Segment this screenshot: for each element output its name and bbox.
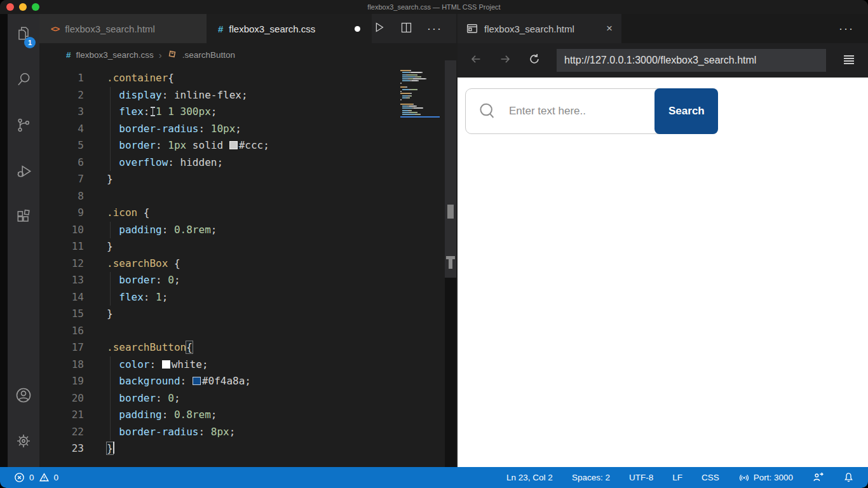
run-file-button[interactable] (372, 20, 386, 37)
editor-more-actions-button[interactable]: ··· (427, 22, 442, 36)
color-swatch (193, 377, 201, 385)
errors-icon[interactable] (14, 472, 25, 483)
minimap[interactable] (400, 70, 445, 146)
code-line[interactable]: 2display: inline-flex; (39, 87, 445, 104)
breadcrumb-symbol[interactable]: .searchButton (182, 50, 235, 60)
line-number: 17 (39, 339, 84, 356)
code-line[interactable]: 11} (39, 238, 445, 255)
code-line[interactable]: 9.icon { (39, 205, 445, 222)
forward-arrow-icon[interactable] (498, 52, 512, 69)
status-language[interactable]: CSS (702, 473, 719, 482)
back-arrow-icon[interactable] (469, 52, 483, 69)
tab-label: flexbox3_search.css (229, 24, 315, 34)
text-cursor (113, 442, 114, 454)
errors-count[interactable]: 0 (29, 473, 34, 482)
tab-flexbox3-search-css[interactable]: # flexbox3_search.css (207, 14, 372, 43)
code-text: border: 1px solid #ccc; (84, 137, 269, 154)
code-line[interactable]: 1.container{ (39, 70, 445, 87)
minimap-line (400, 95, 445, 97)
scrollbar-decoration (447, 205, 454, 219)
code-line[interactable]: 13border: 0; (39, 272, 445, 289)
ibeam-pointer-icon (149, 107, 156, 116)
reload-icon[interactable] (527, 52, 541, 69)
minimap-line (400, 89, 445, 90)
code-line[interactable]: 6overflow: hidden; (39, 154, 445, 172)
code-line[interactable]: 15} (39, 306, 445, 323)
feedback-icon[interactable] (812, 472, 824, 483)
minimap-line (400, 105, 445, 107)
minimap-line (400, 85, 445, 86)
warnings-count[interactable]: 0 (54, 473, 59, 482)
warnings-icon[interactable] (39, 472, 50, 483)
code-line[interactable]: 4border-radius: 10px; (39, 121, 445, 138)
hamburger-menu-icon[interactable] (841, 51, 857, 69)
settings-gear-icon[interactable] (8, 421, 39, 461)
run-debug-icon[interactable] (8, 151, 39, 191)
code-text: background: #0f4a8a; (84, 373, 251, 390)
tab-flexbox3-search-html[interactable]: <> flexbox3_search.html (39, 14, 207, 43)
preview-more-actions-button[interactable]: ··· (839, 22, 868, 36)
code-line[interactable]: 14flex: 1; (39, 289, 445, 306)
window-title: flexbox3_search.css — HTML CSS Project (0, 3, 868, 11)
scrollbar-thumb[interactable] (445, 60, 456, 278)
line-number: 10 (39, 222, 84, 239)
modified-dot-icon[interactable] (355, 26, 360, 32)
browser-viewport: Enter text here.. Search (458, 78, 868, 467)
search-input[interactable]: Enter text here.. (509, 105, 586, 118)
code-line[interactable]: 8 (39, 188, 445, 205)
code-line[interactable]: 20border: 0; (39, 390, 445, 407)
code-text: display: inline-flex; (84, 87, 248, 104)
color-swatch (162, 360, 170, 369)
code-line[interactable]: 21padding: 0.8rem; (39, 407, 445, 424)
minimap-line (400, 114, 445, 115)
code-line[interactable]: 22border-radius: 8px; (39, 424, 445, 441)
preview-tab-label: flexbox3_search.html (484, 24, 574, 34)
status-port[interactable]: Port: 3000 (738, 473, 793, 483)
preview-tab[interactable]: flexbox3_search.html × (458, 14, 621, 43)
code-line[interactable]: 18color: white; (39, 356, 445, 374)
url-bar[interactable]: http://127.0.0.1:3000/flexbox3_search.ht… (557, 49, 826, 72)
accounts-icon[interactable] (8, 376, 39, 415)
line-number: 15 (39, 306, 84, 323)
explorer-icon[interactable]: 1 (8, 14, 39, 53)
code-text (84, 188, 107, 205)
minimap-line (400, 97, 445, 98)
line-number: 18 (39, 356, 84, 374)
minimap-line (400, 72, 445, 73)
code-line[interactable]: 12.searchBox { (39, 255, 445, 273)
status-cursor-position[interactable]: Ln 23, Col 2 (506, 473, 553, 482)
code-text: } (84, 171, 113, 188)
line-number: 13 (39, 272, 84, 289)
status-encoding[interactable]: UTF-8 (629, 473, 653, 482)
split-editor-button[interactable] (400, 21, 413, 37)
url-text: http://127.0.0.1:3000/flexbox3_search.ht… (564, 55, 756, 66)
code-text: border-radius: 10px; (84, 121, 241, 138)
preview-search-button[interactable]: Search (654, 88, 718, 134)
line-number: 20 (39, 390, 84, 407)
breadcrumb-file[interactable]: flexbox3_search.css (76, 50, 154, 60)
line-number: 19 (39, 373, 84, 390)
code-line[interactable]: 23} (39, 440, 445, 458)
code-line[interactable]: 7} (39, 171, 445, 188)
breadcrumb: # flexbox3_search.css › .searchButton (39, 43, 456, 66)
activity-bar: 1 (8, 14, 39, 467)
vscode-window: flexbox3_search.css — HTML CSS Project 1 (0, 0, 868, 488)
code-line[interactable]: 5border: 1px solid #ccc; (39, 137, 445, 154)
status-indentation[interactable]: Spaces: 2 (572, 473, 610, 482)
bell-icon[interactable] (843, 472, 854, 483)
code-line[interactable]: 16 (39, 323, 445, 340)
code-text: .searchBox { (84, 255, 180, 273)
minimap-line (400, 107, 445, 109)
browser-preview-icon (466, 23, 478, 34)
code-line[interactable]: 10padding: 0.8rem; (39, 222, 445, 239)
code-line[interactable]: 17.searchButton{ (39, 339, 445, 356)
scrollbar-track[interactable] (445, 278, 456, 467)
source-control-icon[interactable] (8, 105, 39, 145)
close-icon[interactable]: × (606, 22, 613, 35)
code-line[interactable]: 3flex:1 1 300px; (39, 104, 445, 121)
search-icon[interactable] (8, 60, 39, 99)
code-line[interactable]: 19background: #0f4a8a; (39, 373, 445, 390)
status-eol[interactable]: LF (672, 473, 682, 482)
code-editor[interactable]: 1.container{2display: inline-flex;3flex:… (39, 66, 445, 467)
extensions-icon[interactable] (8, 197, 39, 236)
